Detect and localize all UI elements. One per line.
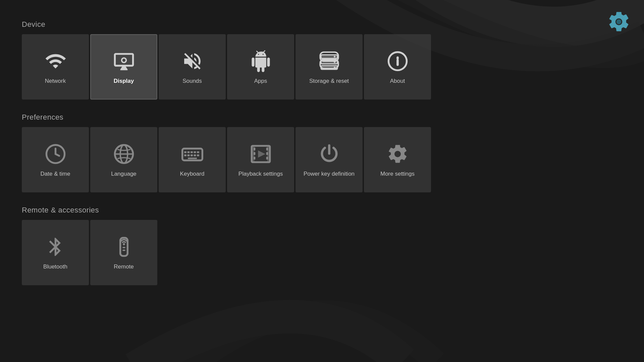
- storage-reset-label: Storage & reset: [309, 78, 349, 84]
- clock-icon: [44, 142, 67, 166]
- tile-more-settings[interactable]: More settings: [364, 127, 431, 192]
- svg-rect-41: [122, 250, 125, 251]
- tile-apps[interactable]: Apps: [227, 34, 294, 100]
- remote-accessories-grid: Bluetooth Remote: [22, 220, 622, 285]
- remote-accessories-title: Remote & accessories: [22, 206, 622, 215]
- svg-rect-23: [187, 155, 190, 156]
- tile-sounds[interactable]: Sounds: [159, 34, 226, 100]
- preferences-section: Preferences Date & time: [22, 113, 622, 192]
- svg-rect-19: [191, 151, 193, 153]
- svg-point-0: [616, 19, 622, 24]
- device-section-title: Device: [22, 20, 622, 29]
- tile-network[interactable]: Network: [22, 34, 89, 100]
- remote-accessories-section: Remote & accessories Bluetooth: [22, 206, 622, 285]
- display-icon: [112, 50, 136, 73]
- svg-rect-27: [187, 158, 197, 159]
- preferences-grid: Date & time Language: [22, 127, 622, 192]
- svg-rect-21: [197, 151, 199, 153]
- tile-power-key[interactable]: Power key definition: [296, 127, 363, 192]
- svg-rect-32: [253, 152, 255, 155]
- svg-rect-22: [184, 155, 186, 156]
- tile-date-time[interactable]: Date & time: [22, 127, 89, 192]
- storage-icon: [317, 50, 341, 73]
- svg-rect-40: [122, 247, 125, 248]
- sounds-icon: [180, 50, 204, 73]
- svg-point-10: [334, 67, 335, 68]
- svg-rect-34: [266, 148, 268, 150]
- tile-keyboard[interactable]: Keyboard: [159, 127, 226, 192]
- keyboard-label: Keyboard: [180, 171, 205, 177]
- device-grid: Network Display Sounds: [22, 34, 622, 100]
- date-time-label: Date & time: [41, 171, 70, 177]
- svg-rect-24: [191, 155, 193, 156]
- more-settings-label: More settings: [380, 171, 415, 177]
- bluetooth-icon: [44, 235, 67, 259]
- preferences-section-title: Preferences: [22, 113, 622, 122]
- device-section: Device Network Display: [22, 20, 622, 100]
- tile-bluetooth[interactable]: Bluetooth: [22, 220, 89, 285]
- apps-icon: [249, 50, 272, 73]
- language-icon: [112, 142, 136, 166]
- tile-playback[interactable]: Playback settings: [227, 127, 294, 192]
- svg-marker-37: [258, 150, 265, 158]
- playback-icon: [249, 142, 272, 166]
- remote-label: Remote: [114, 263, 134, 270]
- apps-label: Apps: [254, 78, 267, 84]
- tile-about[interactable]: About: [364, 34, 431, 100]
- main-content: Device Network Display: [0, 0, 644, 285]
- svg-rect-36: [266, 157, 268, 160]
- svg-rect-35: [266, 152, 268, 155]
- svg-rect-31: [253, 148, 255, 150]
- power-icon: [317, 142, 341, 166]
- tile-remote[interactable]: Remote: [90, 220, 157, 285]
- svg-rect-26: [197, 155, 199, 156]
- wifi-icon: [44, 50, 67, 73]
- tile-display[interactable]: Display: [90, 34, 157, 100]
- power-key-label: Power key definition: [304, 171, 355, 177]
- about-icon: [386, 50, 409, 73]
- tile-storage-reset[interactable]: Storage & reset: [296, 34, 363, 100]
- about-label: About: [390, 78, 405, 84]
- svg-point-1: [121, 58, 126, 63]
- remote-icon: [112, 235, 136, 259]
- bluetooth-label: Bluetooth: [43, 263, 67, 270]
- svg-rect-20: [194, 151, 196, 153]
- svg-rect-25: [194, 155, 196, 156]
- svg-point-9: [334, 61, 335, 63]
- tile-language[interactable]: Language: [90, 127, 157, 192]
- display-label: Display: [114, 78, 134, 84]
- language-label: Language: [111, 171, 137, 177]
- sounds-label: Sounds: [182, 78, 202, 84]
- network-label: Network: [45, 78, 66, 84]
- svg-rect-18: [187, 151, 190, 153]
- svg-rect-17: [184, 151, 186, 153]
- keyboard-icon: [180, 142, 204, 166]
- top-gear-icon[interactable]: [607, 10, 631, 35]
- svg-point-39: [123, 243, 125, 245]
- playback-label: Playback settings: [238, 171, 283, 177]
- svg-rect-33: [253, 157, 255, 160]
- svg-point-8: [334, 56, 335, 57]
- gear-icon: [386, 142, 409, 166]
